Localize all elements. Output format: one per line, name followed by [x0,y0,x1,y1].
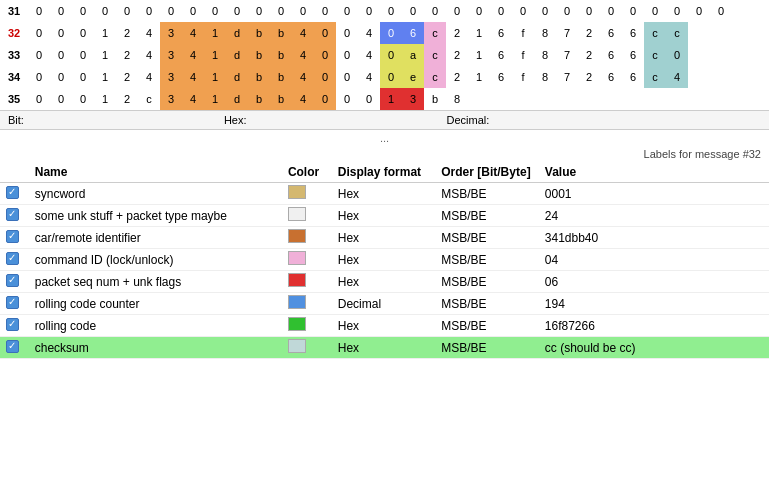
hex-cell: 0 [292,0,314,22]
hex-cell: 1 [380,88,402,110]
row-name: checksum [29,337,282,359]
labels-header-text: Labels for message #32 [644,148,761,160]
row-format: Hex [332,337,436,359]
row-name: syncword [29,183,282,205]
labels-header-row: Labels for message #32 [0,146,769,162]
hex-cell: 6 [600,66,622,88]
hex-cell: 0 [50,22,72,44]
row-name: command ID (lock/unlock) [29,249,282,271]
hex-cell: 0 [314,44,336,66]
hex-cell: 0 [72,22,94,44]
hex-cell: 1 [94,44,116,66]
hex-cell: 6 [600,44,622,66]
hex-cell: 0 [358,0,380,22]
hex-cell: 0 [94,0,116,22]
decimal-label: Decimal: [447,114,490,126]
hex-cell: 6 [402,22,424,44]
row-format: Hex [332,315,436,337]
hex-cell: 0 [512,0,534,22]
hex-cell: c [644,66,666,88]
labels-table: Name Color Display format Order [Bit/Byt… [0,162,769,359]
hex-cell: a [402,44,424,66]
row-order: MSB/BE [435,315,539,337]
hex-cell: 0 [182,0,204,22]
row-value: cc (should be cc) [539,337,769,359]
row-color [282,293,332,315]
hex-cell: b [248,66,270,88]
hex-cell: c [424,22,446,44]
hex-cell: 6 [490,66,512,88]
hex-cell: e [402,66,424,88]
hex-cell: b [424,88,446,110]
hex-cell: 1 [468,66,490,88]
row-checkbox[interactable] [0,271,29,293]
row-color [282,183,332,205]
hex-cell: 4 [358,44,380,66]
hex-cell: 0 [490,0,512,22]
row-order: MSB/BE [435,249,539,271]
row-checkbox[interactable] [0,205,29,227]
hex-cell: 4 [138,44,160,66]
hex-cell: b [248,88,270,110]
hex-cell: 0 [28,88,50,110]
hex-cell: 3 [160,88,182,110]
status-bar: Bit: Hex: Decimal: [0,110,769,130]
hex-cell: b [248,44,270,66]
hex-cell: 4 [182,88,204,110]
hex-cell: 0 [72,66,94,88]
hex-cell: 4 [182,66,204,88]
hex-cell: 7 [556,66,578,88]
hex-cell: 2 [446,22,468,44]
hex-cell: 8 [534,44,556,66]
hex-cell: 0 [50,0,72,22]
row-order: MSB/BE [435,293,539,315]
hex-cell: 0 [666,44,688,66]
hex-cell: 4 [138,22,160,44]
row-order: MSB/BE [435,205,539,227]
hex-cell: 0 [28,0,50,22]
hex-cell: 6 [600,22,622,44]
hex-cell: c [424,66,446,88]
row-name: rolling code counter [29,293,282,315]
hex-cell: 0 [336,66,358,88]
hex-cell: 0 [28,22,50,44]
row-checkbox[interactable] [0,227,29,249]
hex-cell: d [226,88,248,110]
hex-cell: 3 [160,22,182,44]
hex-cell: 0 [314,22,336,44]
row-value: 16f87266 [539,315,769,337]
hex-cell: d [226,22,248,44]
row-value: 06 [539,271,769,293]
hex-cell: 0 [644,0,666,22]
hex-cell: f [512,66,534,88]
row-checkbox[interactable] [0,293,29,315]
hex-cell: 0 [446,0,468,22]
hex-cell: 0 [380,66,402,88]
row-order: MSB/BE [435,183,539,205]
hex-cell: 0 [666,0,688,22]
row-checkbox[interactable] [0,315,29,337]
hex-cell: 0 [380,22,402,44]
hex-cell: 8 [446,88,468,110]
hex-cell: c [666,22,688,44]
hex-cell: 0 [336,22,358,44]
row-color [282,271,332,293]
row-format: Decimal [332,293,436,315]
hex-cell: f [512,22,534,44]
row-checkbox[interactable] [0,337,29,359]
hex-cell: 4 [292,88,314,110]
hex-cell: 0 [380,44,402,66]
row-color [282,249,332,271]
hex-cell: 0 [314,0,336,22]
hex-cell: 0 [116,0,138,22]
row-checkbox[interactable] [0,249,29,271]
app-container: 3100000000000000000000000000000000320001… [0,0,769,359]
hex-cell: 3 [160,44,182,66]
hex-cell: c [644,44,666,66]
row-checkbox[interactable] [0,183,29,205]
hex-cell: b [270,88,292,110]
hex-cell: 1 [204,44,226,66]
row-format: Hex [332,249,436,271]
hex-cell: 4 [292,44,314,66]
hex-cell: c [424,44,446,66]
